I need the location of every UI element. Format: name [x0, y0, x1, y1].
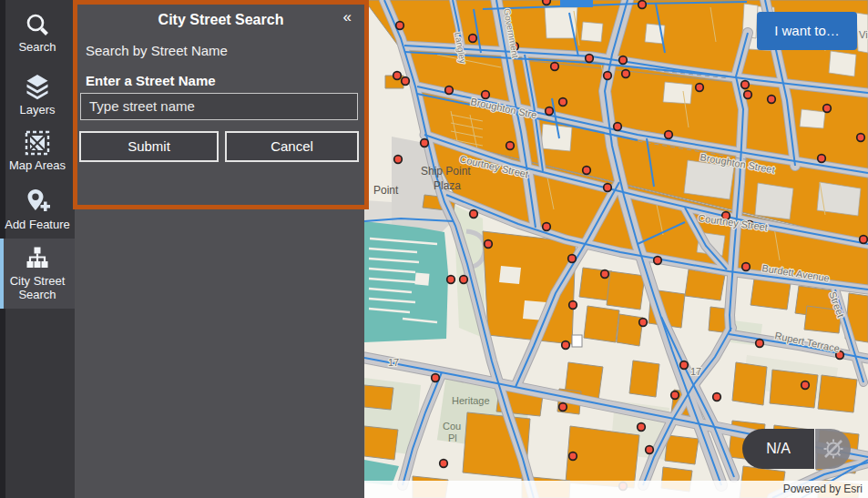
svg-text:Cou: Cou	[443, 421, 461, 432]
svg-text:17: 17	[690, 366, 701, 377]
svg-text:Ship Point: Ship Point	[421, 165, 471, 178]
svg-text:Heritage: Heritage	[452, 395, 490, 406]
svg-text:Point: Point	[373, 184, 399, 197]
svg-text:Pl: Pl	[448, 432, 457, 443]
svg-text:17: 17	[388, 357, 399, 368]
svg-text:Vi: Vi	[859, 29, 868, 40]
svg-text:Plaza: Plaza	[434, 179, 461, 192]
